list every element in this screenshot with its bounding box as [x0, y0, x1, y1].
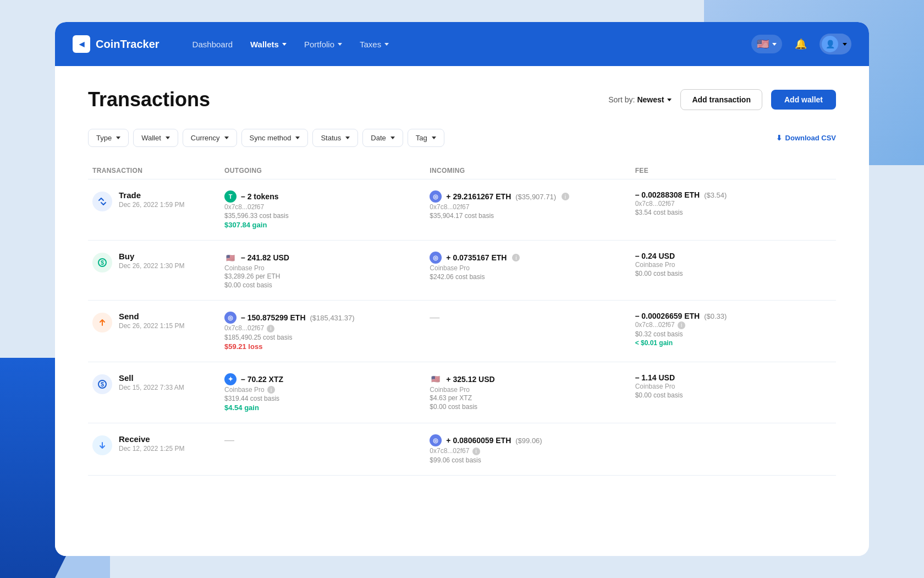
- table-row: Receive Dec 12, 2022 1:25 PM — ◎ + 0.080…: [88, 423, 836, 476]
- flag-icon: 🇺🇸: [757, 38, 769, 50]
- sort-value[interactable]: Newest: [637, 95, 672, 104]
- avatar: 👤: [822, 36, 838, 52]
- nav-links: Dashboard Wallets Portfolio Taxes: [193, 40, 751, 49]
- info-icon: i: [562, 193, 569, 200]
- sort-label: Sort by:: [608, 95, 635, 104]
- page-header: Transactions Sort by: Newest Add transac…: [88, 88, 836, 111]
- currency-chevron: [224, 137, 229, 139]
- col-header-transaction: Transaction: [88, 167, 220, 175]
- taxes-chevron: [384, 43, 389, 46]
- tx-incoming: ◎ + 0.0735167 ETH i Coinbase Pro $242.06…: [425, 252, 630, 281]
- coin-icon-eth: ◎: [430, 190, 442, 203]
- tx-date: Dec 26, 2022 1:30 PM: [119, 262, 184, 270]
- filter-sync-method[interactable]: Sync method: [241, 129, 309, 147]
- tx-info: Receive Dec 12, 2022 1:25 PM: [119, 434, 184, 452]
- tx-date: Dec 15, 2022 7:33 AM: [119, 384, 184, 391]
- filter-currency[interactable]: Currency: [183, 129, 237, 147]
- region-chevron: [772, 43, 777, 46]
- status-chevron: [345, 137, 350, 139]
- coin-icon-eth: ◎: [224, 312, 237, 324]
- logo-icon: ◂: [73, 35, 90, 53]
- info-icon: i: [512, 254, 520, 261]
- tx-name: Buy: [119, 252, 184, 261]
- coin-icon-eth: ◎: [430, 434, 442, 446]
- tx-fee: – 0.00026659 ETH ($0.33) 0x7c8...02f67 i…: [631, 312, 836, 347]
- filter-type[interactable]: Type: [88, 129, 129, 147]
- tx-fee: – 0.24 USD Coinbase Pro $0.00 cost basis: [631, 252, 836, 277]
- buy-icon: $: [92, 253, 112, 272]
- table-row: $ Sell Dec 15, 2022 7:33 AM ✦ – 70.22 XT…: [88, 362, 836, 424]
- tx-outgoing: ✦ – 70.22 XTZ Coinbase Pro i $319.44 cos…: [220, 373, 425, 412]
- tx-date: Dec 26, 2022 1:15 PM: [119, 322, 184, 330]
- tx-type-col: Receive Dec 12, 2022 1:25 PM: [88, 434, 220, 455]
- user-menu[interactable]: 👤: [820, 34, 851, 54]
- nav-right: 🇺🇸 🔔 👤: [751, 34, 851, 54]
- info-icon: i: [267, 386, 275, 394]
- tx-date: Dec 26, 2022 1:59 PM: [119, 201, 184, 209]
- filter-status[interactable]: Status: [312, 129, 358, 147]
- add-wallet-button[interactable]: Add wallet: [771, 90, 836, 110]
- tx-outgoing: —: [220, 434, 425, 446]
- table-header: Transaction Outgoing Incoming Fee: [88, 162, 836, 179]
- filter-date[interactable]: Date: [362, 129, 403, 147]
- tx-name: Receive: [119, 434, 184, 444]
- header-actions: Sort by: Newest Add transaction Add wall…: [608, 89, 836, 110]
- coin-icon-usd: 🇺🇸: [430, 373, 442, 385]
- tx-type-col: Trade Dec 26, 2022 1:59 PM: [88, 190, 220, 211]
- tx-fee: – 0.00288308 ETH ($3.54) 0x7c8...02f67 $…: [631, 190, 836, 216]
- tx-info: Send Dec 26, 2022 1:15 PM: [119, 312, 184, 330]
- coin-icon-usd: 🇺🇸: [224, 252, 237, 264]
- logo-area[interactable]: ◂ CoinTracker: [73, 35, 160, 53]
- info-icon: i: [678, 321, 685, 329]
- tx-incoming: —: [425, 312, 630, 323]
- svg-text:$: $: [101, 259, 104, 266]
- coin-icon-eth: ◎: [430, 252, 442, 264]
- tx-outgoing: T – 2 tokens 0x7c8...02f67 $35,596.33 co…: [220, 190, 425, 229]
- tx-type-col: $ Sell Dec 15, 2022 7:33 AM: [88, 373, 220, 394]
- filter-tag[interactable]: Tag: [408, 129, 444, 147]
- tx-name: Sell: [119, 373, 184, 383]
- tx-type-col: $ Buy Dec 26, 2022 1:30 PM: [88, 252, 220, 272]
- table-row: Trade Dec 26, 2022 1:59 PM T – 2 tokens …: [88, 179, 836, 241]
- date-chevron: [391, 137, 395, 139]
- navbar: ◂ CoinTracker Dashboard Wallets Portfoli…: [55, 22, 869, 66]
- tx-incoming: ◎ + 29.2161267 ETH ($35,907.71) i 0x7c8.…: [425, 190, 630, 220]
- table-row: $ Buy Dec 26, 2022 1:30 PM 🇺🇸 – 241.82 U…: [88, 241, 836, 301]
- notifications-button[interactable]: 🔔: [791, 34, 811, 54]
- col-header-outgoing: Outgoing: [220, 167, 425, 175]
- info-icon: i: [472, 448, 480, 455]
- receive-icon: [92, 435, 112, 455]
- region-selector[interactable]: 🇺🇸: [751, 35, 782, 53]
- nav-portfolio[interactable]: Portfolio: [304, 40, 342, 49]
- page-content: Transactions Sort by: Newest Add transac…: [55, 66, 869, 556]
- sort-chevron: [667, 99, 672, 101]
- tx-info: Buy Dec 26, 2022 1:30 PM: [119, 252, 184, 270]
- table-row: Send Dec 26, 2022 1:15 PM ◎ – 150.875299…: [88, 301, 836, 362]
- sync-chevron: [295, 137, 300, 139]
- wallet-chevron: [166, 137, 170, 139]
- nav-dashboard[interactable]: Dashboard: [193, 40, 233, 49]
- svg-text:$: $: [101, 381, 104, 388]
- col-header-fee: Fee: [631, 167, 836, 175]
- download-csv-button[interactable]: ⬇ Download CSV: [776, 134, 836, 142]
- filter-wallet[interactable]: Wallet: [133, 129, 178, 147]
- tx-outgoing: 🇺🇸 – 241.82 USD Coinbase Pro $3,289.26 p…: [220, 252, 425, 289]
- filters-bar: Type Wallet Currency Sync method Status …: [88, 129, 836, 147]
- main-wrapper: ◂ CoinTracker Dashboard Wallets Portfoli…: [55, 22, 869, 556]
- download-icon: ⬇: [776, 134, 782, 142]
- coin-icon-tezos: ✦: [224, 373, 237, 385]
- tx-incoming: 🇺🇸 + 325.12 USD Coinbase Pro $4.63 per X…: [425, 373, 630, 411]
- tx-incoming: ◎ + 0.08060059 ETH ($99.06) 0x7c8...02f6…: [425, 434, 630, 464]
- amount-row: T – 2 tokens: [224, 190, 425, 203]
- coin-icon-tokens: T: [224, 190, 237, 203]
- portfolio-chevron: [338, 43, 342, 46]
- sell-icon: $: [92, 374, 112, 394]
- add-transaction-button[interactable]: Add transaction: [680, 89, 762, 110]
- send-icon: [92, 313, 112, 332]
- nav-taxes[interactable]: Taxes: [360, 40, 389, 49]
- tx-name: Send: [119, 312, 184, 321]
- wallets-chevron: [282, 43, 287, 46]
- tx-name: Trade: [119, 190, 184, 200]
- nav-wallets[interactable]: Wallets: [250, 40, 287, 49]
- user-chevron: [843, 43, 847, 46]
